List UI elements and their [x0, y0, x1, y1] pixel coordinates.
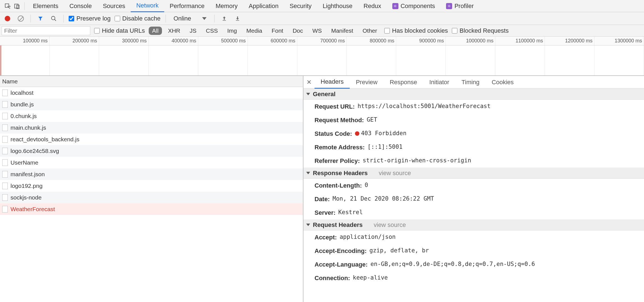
network-split-view: Name localhostbundle.js0.chunk.jsmain.ch… [0, 76, 644, 302]
throttling-value: Online [174, 15, 191, 22]
detail-tab-timing[interactable]: Timing [455, 76, 486, 89]
file-icon [2, 171, 8, 178]
filter-type-doc[interactable]: Doc [289, 27, 306, 35]
throttling-select[interactable]: Online [171, 14, 210, 23]
tab-profiler[interactable]: ⚛Profiler [441, 0, 479, 12]
clear-button[interactable] [16, 14, 25, 23]
tab-label: Network [136, 2, 159, 9]
request-row[interactable]: main.chunk.js [0, 122, 303, 134]
filter-type-js[interactable]: JS [186, 27, 200, 35]
download-har-icon[interactable] [233, 14, 242, 23]
request-detail-panel: ✕ HeadersPreviewResponseInitiatorTimingC… [303, 76, 644, 302]
request-list: localhostbundle.js0.chunk.jsmain.chunk.j… [0, 87, 303, 302]
request-name: localhost [11, 89, 34, 96]
file-icon [2, 159, 8, 166]
tab-sources[interactable]: Sources [97, 0, 131, 12]
tab-label: Lighthouse [323, 2, 352, 10]
blocked-requests-label: Blocked Requests [460, 27, 509, 34]
header-row: Accept-Language:en-GB,en;q=0.9,de-DE;q=0… [303, 258, 644, 271]
preserve-log-checkbox[interactable]: Preserve log [69, 15, 111, 22]
upload-har-icon[interactable] [220, 14, 229, 23]
network-filter-bar: Hide data URLs AllXHRJSCSSImgMediaFontDo… [0, 25, 644, 37]
tab-elements[interactable]: Elements [27, 0, 64, 12]
tab-redux[interactable]: Redux [358, 0, 387, 12]
chevron-down-icon [202, 17, 207, 20]
section-header[interactable]: Request Headersview source [303, 219, 644, 231]
view-source-link[interactable]: view source [374, 221, 406, 229]
filter-type-font[interactable]: Font [268, 27, 287, 35]
tab-memory[interactable]: Memory [210, 0, 243, 12]
section-header[interactable]: General [303, 89, 644, 100]
timeline-cell [446, 45, 495, 75]
request-row[interactable]: sockjs-node [0, 192, 303, 203]
filter-type-xhr[interactable]: XHR [165, 27, 184, 35]
detail-tab-response[interactable]: Response [383, 76, 423, 89]
filter-toggle-icon[interactable] [36, 14, 45, 23]
request-list-header[interactable]: Name [0, 76, 303, 87]
header-value: keep-alive [353, 273, 388, 283]
has-blocked-cookies-label: Has blocked cookies [392, 27, 448, 34]
detail-tab-preview[interactable]: Preview [350, 76, 383, 89]
tab-label: Console [69, 2, 92, 10]
timeline-tick: 600000 ms [248, 37, 297, 45]
request-row[interactable]: WeatherForecast [0, 203, 303, 215]
header-value: 403 Forbidden [355, 129, 406, 138]
timeline-cell [149, 45, 198, 75]
tab-application[interactable]: Application [243, 0, 284, 12]
request-row[interactable]: 0.chunk.js [0, 110, 303, 122]
close-detail-button[interactable]: ✕ [303, 79, 315, 86]
filter-type-other[interactable]: Other [359, 27, 381, 35]
section-header[interactable]: Response Headersview source [303, 168, 644, 179]
tab-console[interactable]: Console [64, 0, 97, 12]
tab-label: Elements [33, 2, 58, 10]
disable-cache-checkbox[interactable]: Disable cache [115, 15, 161, 22]
react-devtools-icon: ⚛ [446, 3, 452, 9]
filter-type-ws[interactable]: WS [309, 27, 325, 35]
divider [30, 15, 31, 22]
filter-type-css[interactable]: CSS [203, 27, 221, 35]
inspect-element-icon[interactable] [3, 1, 12, 11]
tab-label: Profiler [454, 2, 474, 10]
hide-data-urls-checkbox[interactable]: Hide data URLs [94, 27, 145, 34]
file-icon [2, 113, 8, 119]
blocked-requests-checkbox[interactable]: Blocked Requests [452, 27, 509, 34]
file-icon [2, 194, 8, 201]
detail-tab-headers[interactable]: Headers [315, 76, 350, 89]
filter-type-all[interactable]: All [149, 27, 162, 35]
request-row[interactable]: manifest.json [0, 168, 303, 180]
detail-tab-initiator[interactable]: Initiator [423, 76, 455, 89]
section-title: Response Headers [313, 170, 368, 177]
timeline-overview[interactable] [0, 45, 644, 76]
tab-network[interactable]: Network [131, 0, 164, 12]
view-source-link[interactable]: view source [379, 170, 411, 177]
filter-type-media[interactable]: Media [243, 27, 266, 35]
timeline-tick: 700000 ms [297, 37, 347, 45]
request-row[interactable]: logo.6ce24c58.svg [0, 145, 303, 157]
device-toolbar-icon[interactable] [12, 1, 22, 11]
tab-performance[interactable]: Performance [164, 0, 210, 12]
timeline-cell [594, 45, 644, 75]
tab-label: Components [401, 2, 435, 10]
preserve-log-label: Preserve log [76, 15, 111, 22]
request-row[interactable]: bundle.js [0, 99, 303, 110]
tab-security[interactable]: Security [284, 0, 317, 12]
filter-input[interactable] [2, 26, 90, 35]
tab-lighthouse[interactable]: Lighthouse [317, 0, 358, 12]
request-row[interactable]: logo192.png [0, 180, 303, 192]
svg-rect-4 [223, 20, 226, 21]
detail-tab-cookies[interactable]: Cookies [486, 76, 520, 89]
request-row[interactable]: localhost [0, 87, 303, 99]
filter-type-manifest[interactable]: Manifest [328, 27, 356, 35]
timeline-ruler[interactable]: 100000 ms200000 ms300000 ms400000 ms5000… [0, 37, 644, 45]
filter-type-img[interactable]: Img [224, 27, 240, 35]
search-icon[interactable] [49, 14, 58, 23]
request-row[interactable]: UserName [0, 157, 303, 168]
has-blocked-cookies-checkbox[interactable]: Has blocked cookies [384, 27, 448, 34]
disclosure-triangle-icon [306, 93, 310, 95]
tab-components[interactable]: ⚛Components [387, 0, 441, 12]
record-button[interactable] [3, 14, 12, 23]
header-key: Referrer Policy: [315, 156, 360, 165]
header-row: Date:Mon, 21 Dec 2020 08:26:22 GMT [303, 192, 644, 206]
section-title: Request Headers [313, 221, 363, 229]
request-row[interactable]: react_devtools_backend.js [0, 134, 303, 145]
